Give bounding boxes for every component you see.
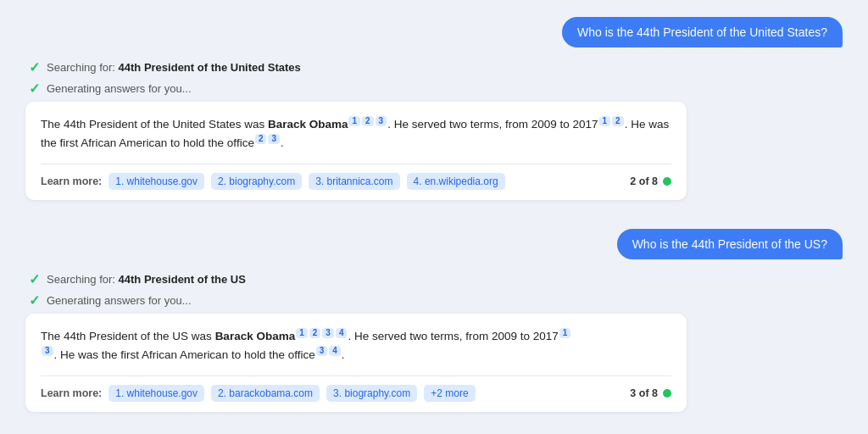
count-text-2: 3 of 8 xyxy=(630,387,658,399)
count-badge-2: 3 of 8 xyxy=(630,387,671,399)
user-message-row-1: Who is the 44th President of the United … xyxy=(25,17,843,47)
cite: 3 xyxy=(316,346,328,356)
learn-more-bar-1: Learn more: 1. whitehouse.gov 2. biograp… xyxy=(41,164,671,200)
check-icon-2: ✓ xyxy=(29,81,40,97)
learn-more-bar-2: Learn more: 1. whitehouse.gov 2. baracko… xyxy=(41,376,671,412)
generating-status-row-2: ✓ Generating answers for you... xyxy=(25,292,843,309)
cite: 2 xyxy=(362,116,374,126)
source-link-more-2[interactable]: +2 more xyxy=(424,385,475,402)
source-link-whitehouse-1[interactable]: 1. whitehouse.gov xyxy=(108,173,204,190)
answer-card-1: The 44th President of the United States … xyxy=(25,102,687,200)
cite: 4 xyxy=(329,346,341,356)
cite: 1 xyxy=(348,116,360,126)
search-status-text-1: Searching for: 44th President of the Uni… xyxy=(47,61,301,74)
cite: 1 xyxy=(559,328,571,338)
cite: 4 xyxy=(336,328,348,338)
count-badge-1: 2 of 8 xyxy=(630,175,671,187)
search-status-text-2: Searching for: 44th President of the US xyxy=(47,273,246,286)
cite: 2 xyxy=(255,134,267,144)
cite: 2 xyxy=(309,328,321,338)
generating-text-2: Generating answers for you... xyxy=(47,294,192,307)
chat-container: Who is the 44th President of the United … xyxy=(25,17,843,432)
search-status-row-1: ✓ Searching for: 44th President of the U… xyxy=(25,59,843,75)
green-dot-2 xyxy=(663,389,671,398)
answer-card-2: The 44th President of the US was Barack … xyxy=(25,314,687,412)
cite: 3 xyxy=(376,116,387,126)
check-icon-4: ✓ xyxy=(29,292,40,309)
user-message-row-2: Who is the 44th President of the US? xyxy=(25,229,843,259)
source-link-biography-2[interactable]: 3. biography.com xyxy=(326,385,417,402)
generating-text-1: Generating answers for you... xyxy=(47,82,192,95)
cite: 1 xyxy=(599,116,611,126)
learn-more-label-1: Learn more: xyxy=(41,175,102,187)
cite: 3 xyxy=(42,346,53,356)
source-link-britannica-1[interactable]: 3. britannica.com xyxy=(309,173,399,190)
cite: 2 xyxy=(612,116,624,126)
count-text-1: 2 of 8 xyxy=(630,175,658,187)
source-link-whitehouse-2[interactable]: 1. whitehouse.gov xyxy=(108,385,204,402)
source-link-barackobama-2[interactable]: 2. barackobama.com xyxy=(211,385,320,402)
check-icon-3: ✓ xyxy=(29,271,40,287)
check-icon-1: ✓ xyxy=(29,59,40,75)
cite: 1 xyxy=(296,328,308,338)
conversation-1: Who is the 44th President of the United … xyxy=(25,17,843,220)
answer-text-2: The 44th President of the US was Barack … xyxy=(41,327,671,376)
learn-more-label-2: Learn more: xyxy=(41,387,102,399)
conversation-2: Who is the 44th President of the US? ✓ S… xyxy=(25,229,843,432)
source-link-biography-1[interactable]: 2. biography.com xyxy=(211,173,302,190)
green-dot-1 xyxy=(663,177,671,186)
user-bubble-2: Who is the 44th President of the US? xyxy=(617,229,843,259)
search-status-row-2: ✓ Searching for: 44th President of the U… xyxy=(25,271,843,287)
user-bubble-1: Who is the 44th President of the United … xyxy=(562,17,843,47)
answer-text-1: The 44th President of the United States … xyxy=(41,115,671,164)
source-link-wikipedia-1[interactable]: 4. en.wikipedia.org xyxy=(407,173,505,190)
cite: 3 xyxy=(322,328,334,338)
generating-status-row-1: ✓ Generating answers for you... xyxy=(25,81,843,97)
cite: 3 xyxy=(268,134,280,144)
